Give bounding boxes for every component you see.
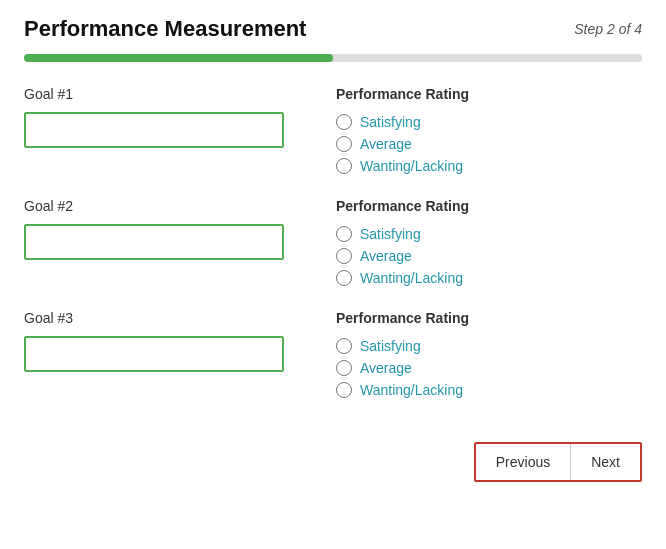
goal-right-1: Performance RatingSatisfyingAverageWanti… xyxy=(336,86,642,174)
goal-row-2: Goal #2Performance RatingSatisfyingAvera… xyxy=(24,198,642,286)
previous-button[interactable]: Previous xyxy=(476,444,570,480)
goal-left-2: Goal #2 xyxy=(24,198,304,260)
goal-left-1: Goal #1 xyxy=(24,86,304,148)
radio-input-1-2[interactable] xyxy=(336,136,352,152)
goal-label-2: Goal #2 xyxy=(24,198,304,214)
goal-label-3: Goal #3 xyxy=(24,310,304,326)
page-title: Performance Measurement xyxy=(24,16,306,42)
radio-option-2-3[interactable]: Wanting/Lacking xyxy=(336,270,642,286)
radio-input-2-2[interactable] xyxy=(336,248,352,264)
next-button[interactable]: Next xyxy=(571,444,640,480)
radio-input-3-2[interactable] xyxy=(336,360,352,376)
radio-label-2-2: Average xyxy=(360,248,412,264)
progress-bar-fill xyxy=(24,54,333,62)
radio-label-3-2: Average xyxy=(360,360,412,376)
radio-option-1-2[interactable]: Average xyxy=(336,136,642,152)
radio-label-2-3: Wanting/Lacking xyxy=(360,270,463,286)
radio-label-3-3: Wanting/Lacking xyxy=(360,382,463,398)
radio-group-2: SatisfyingAverageWanting/Lacking xyxy=(336,226,642,286)
radio-option-1-3[interactable]: Wanting/Lacking xyxy=(336,158,642,174)
radio-label-3-1: Satisfying xyxy=(360,338,421,354)
progress-bar-container xyxy=(24,54,642,62)
nav-button-group: Previous Next xyxy=(474,442,642,482)
radio-option-2-1[interactable]: Satisfying xyxy=(336,226,642,242)
radio-option-3-1[interactable]: Satisfying xyxy=(336,338,642,354)
radio-option-2-2[interactable]: Average xyxy=(336,248,642,264)
radio-label-2-1: Satisfying xyxy=(360,226,421,242)
goal-row-1: Goal #1Performance RatingSatisfyingAvera… xyxy=(24,86,642,174)
radio-input-3-3[interactable] xyxy=(336,382,352,398)
goals-section: Goal #1Performance RatingSatisfyingAvera… xyxy=(24,86,642,398)
radio-label-1-2: Average xyxy=(360,136,412,152)
radio-input-2-3[interactable] xyxy=(336,270,352,286)
goal-row-3: Goal #3Performance RatingSatisfyingAvera… xyxy=(24,310,642,398)
footer: Previous Next xyxy=(24,430,642,482)
radio-label-1-1: Satisfying xyxy=(360,114,421,130)
radio-option-1-1[interactable]: Satisfying xyxy=(336,114,642,130)
goal-label-1: Goal #1 xyxy=(24,86,304,102)
radio-input-2-1[interactable] xyxy=(336,226,352,242)
radio-option-3-3[interactable]: Wanting/Lacking xyxy=(336,382,642,398)
goal-right-2: Performance RatingSatisfyingAverageWanti… xyxy=(336,198,642,286)
rating-label-1: Performance Rating xyxy=(336,86,642,102)
radio-option-3-2[interactable]: Average xyxy=(336,360,642,376)
radio-input-1-3[interactable] xyxy=(336,158,352,174)
goal-input-2[interactable] xyxy=(24,224,284,260)
rating-label-3: Performance Rating xyxy=(336,310,642,326)
radio-input-3-1[interactable] xyxy=(336,338,352,354)
goal-left-3: Goal #3 xyxy=(24,310,304,372)
rating-label-2: Performance Rating xyxy=(336,198,642,214)
radio-input-1-1[interactable] xyxy=(336,114,352,130)
radio-group-1: SatisfyingAverageWanting/Lacking xyxy=(336,114,642,174)
goal-input-3[interactable] xyxy=(24,336,284,372)
radio-group-3: SatisfyingAverageWanting/Lacking xyxy=(336,338,642,398)
radio-label-1-3: Wanting/Lacking xyxy=(360,158,463,174)
goal-right-3: Performance RatingSatisfyingAverageWanti… xyxy=(336,310,642,398)
goal-input-1[interactable] xyxy=(24,112,284,148)
step-label: Step 2 of 4 xyxy=(574,21,642,37)
